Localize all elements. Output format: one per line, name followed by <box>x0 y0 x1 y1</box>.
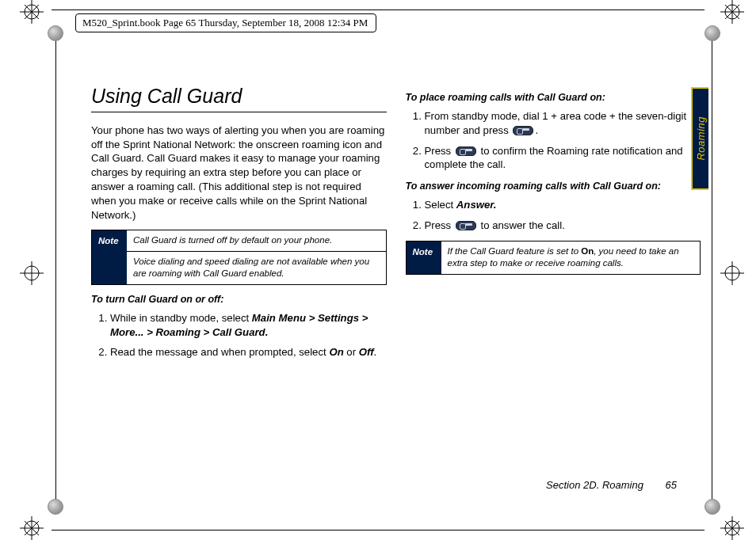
corner-dot-icon <box>48 499 63 515</box>
page-number: 65 <box>666 479 677 491</box>
step-text: . <box>535 124 538 136</box>
steps-turn: While in standby mode, select Main Menu … <box>105 311 387 359</box>
step-text: Press <box>425 219 454 231</box>
section-label: Section 2D. Roaming <box>546 479 643 491</box>
step-text: While in standby mode, select <box>110 312 252 324</box>
registration-mark-icon <box>20 261 44 285</box>
step: Read the message and when prompted, sele… <box>110 345 387 359</box>
registration-mark-icon <box>720 261 744 285</box>
registration-mark-icon <box>720 0 744 24</box>
talk-key-icon <box>456 221 476 230</box>
note-text: If the Call Guard feature is set to On, … <box>441 241 701 274</box>
registration-mark-icon <box>20 516 44 540</box>
note-line1: Call Guard is turned off by default on y… <box>127 230 386 251</box>
step-text: to answer the call. <box>478 219 565 231</box>
step: From standby mode, dial 1 + area code + … <box>425 109 701 138</box>
subhead-turn-on-off: To turn Call Guard on or off: <box>91 293 387 306</box>
note-box: Note If the Call Guard feature is set to… <box>406 241 701 275</box>
option-answer: Answer. <box>456 199 497 211</box>
crop-rule-bottom <box>52 530 704 530</box>
step-text: Read the message and when prompted, sele… <box>110 346 329 358</box>
running-head: M520_Sprint.book Page 65 Thursday, Septe… <box>75 13 376 32</box>
option-off: Off <box>359 346 374 358</box>
page-footer: Section 2D. Roaming 65 <box>546 479 677 491</box>
step: Press to answer the call. <box>425 219 701 233</box>
corner-dot-icon <box>704 499 720 515</box>
option-on: On <box>581 246 594 256</box>
page-title: Using Call Guard <box>91 83 387 110</box>
note-box: Note Call Guard is turned off by default… <box>91 230 387 285</box>
subhead-answer-calls: To answer incoming roaming calls with Ca… <box>406 180 701 193</box>
subhead-place-calls: To place roaming calls with Call Guard o… <box>406 91 701 105</box>
step: While in standby mode, select Main Menu … <box>110 311 387 340</box>
step-text: Select <box>425 199 456 211</box>
step-text: . <box>374 346 377 358</box>
steps-place: From standby mode, dial 1 + area code + … <box>420 109 701 172</box>
registration-mark-icon <box>720 516 744 540</box>
left-column: Using Call Guard Your phone has two ways… <box>91 83 387 485</box>
talk-key-icon <box>513 126 533 135</box>
page-body: Using Call Guard Your phone has two ways… <box>91 83 701 485</box>
crop-rule-left <box>55 32 56 508</box>
corner-dot-icon <box>48 25 63 41</box>
steps-answer: Select Answer. Press to answer the call. <box>420 198 701 233</box>
registration-mark-icon <box>20 0 44 24</box>
crop-rule-right <box>712 32 712 508</box>
intro-paragraph: Your phone has two ways of alerting you … <box>91 124 387 222</box>
step: Select Answer. <box>425 198 701 212</box>
step: Press to confirm the Roaming rate notifi… <box>425 144 701 173</box>
talk-key-icon <box>456 146 476 156</box>
right-column: To place roaming calls with Call Guard o… <box>406 83 701 485</box>
step-text: Press <box>425 145 454 157</box>
step-text: From standby mode, dial 1 + area code + … <box>425 110 687 136</box>
note-text-part: If the Call Guard feature is set to <box>448 246 582 256</box>
note-label: Note <box>407 241 441 274</box>
option-on: On <box>329 346 343 358</box>
note-label: Note <box>92 230 127 284</box>
step-text: or <box>344 346 359 358</box>
running-head-text: M520_Sprint.book Page 65 Thursday, Septe… <box>82 17 368 29</box>
note-line2: Voice dialing and speed dialing are not … <box>127 252 386 284</box>
corner-dot-icon <box>704 25 720 41</box>
note-body: Call Guard is turned off by default on y… <box>127 230 386 284</box>
crop-rule-top <box>52 10 704 10</box>
title-rule <box>91 112 387 112</box>
